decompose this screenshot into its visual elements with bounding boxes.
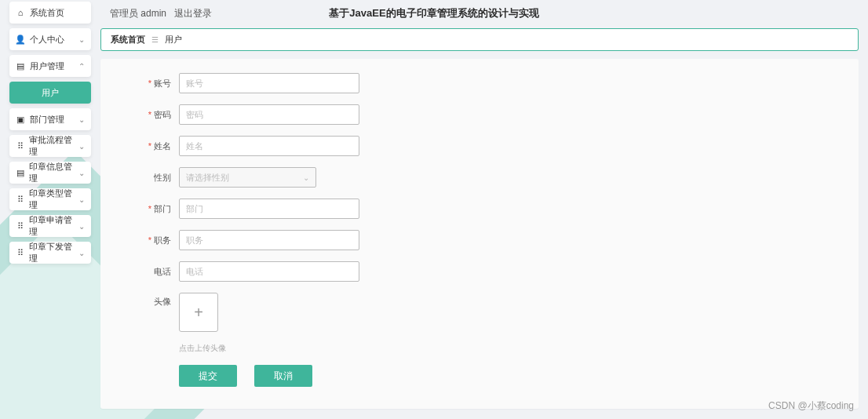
- sidebar-item-home[interactable]: ⌂系统首页: [9, 2, 91, 24]
- sidebar-item-label: 印章类型管理: [29, 188, 78, 211]
- sidebar-item-label: 印章信息管理: [29, 161, 78, 184]
- upload-hint: 点击上传头像: [179, 343, 827, 354]
- button-row: 提交 取消: [179, 365, 827, 387]
- type-icon: ⠿: [16, 195, 24, 205]
- chevron-down-icon: ⌄: [78, 169, 85, 177]
- field-row-avatar: 头像 +: [132, 293, 827, 332]
- sidebar-item-flow[interactable]: ⠿审批流程管理 ⌄: [9, 135, 91, 157]
- sidebar-item-label: 部门管理: [30, 114, 64, 126]
- field-row-name: *姓名: [132, 136, 827, 156]
- chevron-down-icon: ⌄: [303, 173, 309, 182]
- password-input[interactable]: [179, 104, 359, 125]
- content: 系统首页 ☰ 用户 *账号 *密码 *姓名 性别 请选择性别 ⌄ *部门: [100, 28, 859, 410]
- sidebar-item-seal-apply[interactable]: ⠿印章申请管理 ⌄: [9, 215, 91, 237]
- field-label: *职务: [132, 235, 171, 246]
- breadcrumb-separator-icon: ☰: [151, 35, 159, 44]
- apply-icon: ⠿: [16, 221, 24, 231]
- field-row-account: *账号: [132, 73, 827, 93]
- page-title: 基于JavaEE的电子印章管理系统的设计与实现: [329, 6, 538, 20]
- dept-input[interactable]: [179, 199, 359, 219]
- sidebar-item-label: 系统首页: [30, 7, 64, 19]
- field-label: *姓名: [132, 140, 171, 152]
- sidebar: ⌂系统首页 👤个人中心 ⌄ ▤用户管理 ⌃ 用户 ▣部门管理 ⌄ ⠿审批流程管理…: [9, 2, 91, 264]
- field-label: 电话: [132, 266, 171, 278]
- breadcrumb: 系统首页 ☰ 用户: [100, 28, 859, 51]
- chevron-down-icon: ⌄: [78, 35, 85, 44]
- role-label[interactable]: 管理员 admin: [110, 7, 166, 20]
- send-icon: ⠿: [16, 248, 24, 258]
- field-row-phone: 电话: [132, 261, 827, 282]
- gender-select[interactable]: 请选择性别 ⌄: [179, 167, 316, 188]
- info-icon: ▤: [16, 168, 24, 178]
- select-placeholder: 请选择性别: [186, 172, 229, 184]
- field-row-position: *职务: [132, 230, 827, 250]
- sidebar-item-seal-type[interactable]: ⠿印章类型管理 ⌄: [9, 188, 91, 210]
- chevron-down-icon: ⌄: [78, 195, 85, 204]
- sidebar-item-label: 个人中心: [30, 34, 64, 46]
- sidebar-item-label: 用户管理: [30, 60, 64, 72]
- field-label: *密码: [132, 109, 171, 121]
- cancel-button[interactable]: 取消: [254, 365, 312, 387]
- field-row-gender: 性别 请选择性别 ⌄: [132, 167, 827, 188]
- flow-icon: ⠿: [16, 141, 24, 151]
- chevron-down-icon: ⌄: [78, 115, 85, 124]
- field-row-password: *密码: [132, 104, 827, 125]
- name-input[interactable]: [179, 136, 359, 156]
- breadcrumb-current: 用户: [165, 34, 182, 46]
- field-label: 头像: [132, 293, 171, 308]
- field-label: 性别: [132, 172, 171, 184]
- chevron-down-icon: ⌄: [78, 222, 85, 231]
- plus-icon: +: [194, 304, 203, 322]
- logout-link[interactable]: 退出登录: [174, 7, 212, 20]
- sidebar-item-seal-send[interactable]: ⠿印章下发管理 ⌄: [9, 242, 91, 264]
- watermark: CSDN @小蔡coding: [768, 399, 854, 413]
- form-panel: *账号 *密码 *姓名 性别 请选择性别 ⌄ *部门 *职务 电话: [100, 59, 859, 409]
- position-input[interactable]: [179, 230, 359, 250]
- sidebar-item-user[interactable]: 用户: [9, 82, 91, 104]
- sidebar-item-label: 审批流程管理: [29, 134, 78, 158]
- sidebar-item-seal-info[interactable]: ▤印章信息管理 ⌄: [9, 162, 91, 184]
- dept-icon: ▣: [16, 115, 25, 125]
- breadcrumb-home[interactable]: 系统首页: [111, 34, 145, 46]
- users-icon: ▤: [16, 61, 25, 71]
- chevron-down-icon: ⌄: [78, 249, 85, 257]
- chevron-up-icon: ⌃: [78, 62, 85, 71]
- sidebar-item-label: 印章下发管理: [29, 241, 78, 264]
- field-label: *部门: [132, 203, 171, 215]
- auth-area: 管理员 admin 退出登录: [110, 7, 212, 20]
- sidebar-item-label: 用户: [42, 87, 59, 99]
- submit-button[interactable]: 提交: [179, 365, 237, 387]
- field-label: *账号: [132, 78, 171, 89]
- person-icon: 👤: [16, 35, 25, 45]
- topbar: 基于JavaEE的电子印章管理系统的设计与实现 管理员 admin 退出登录: [0, 0, 868, 27]
- home-icon: ⌂: [16, 8, 25, 17]
- account-input[interactable]: [179, 73, 359, 93]
- sidebar-item-label: 印章申请管理: [29, 214, 78, 238]
- avatar-upload[interactable]: +: [179, 293, 218, 332]
- sidebar-item-user-mgmt[interactable]: ▤用户管理 ⌃: [9, 55, 91, 77]
- phone-input[interactable]: [179, 261, 359, 282]
- field-row-dept: *部门: [132, 199, 827, 219]
- chevron-down-icon: ⌄: [78, 142, 85, 151]
- sidebar-item-dept[interactable]: ▣部门管理 ⌄: [9, 108, 91, 130]
- sidebar-item-personal[interactable]: 👤个人中心 ⌄: [9, 28, 91, 50]
